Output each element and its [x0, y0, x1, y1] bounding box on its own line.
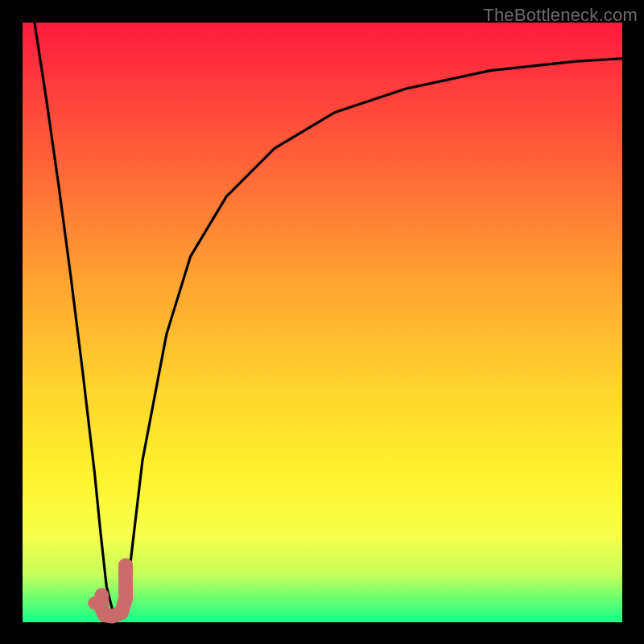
plot-area [23, 23, 622, 622]
bottleneck-curve [35, 23, 622, 617]
j-dot [88, 597, 101, 609]
chart-frame: TheBottleneck.com [0, 0, 644, 644]
curve-layer [23, 23, 622, 622]
